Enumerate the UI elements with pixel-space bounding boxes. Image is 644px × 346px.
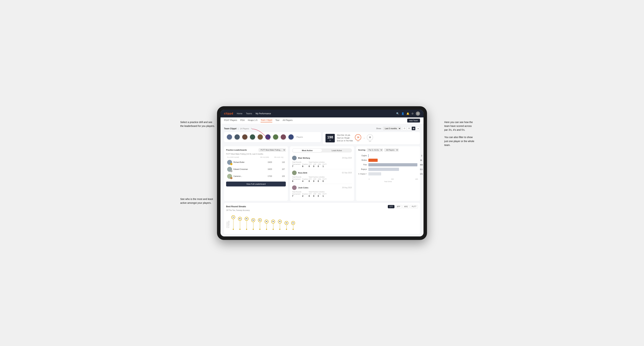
nav-item-home[interactable]: Home (237, 112, 242, 115)
dot-item-6: 4x (264, 220, 268, 230)
team-title-row: Team Clippd | 14 Players ✎ (224, 127, 252, 130)
player-avatar[interactable] (280, 134, 286, 140)
view-full-leaderboard-button[interactable]: View Full Leaderboard (226, 181, 286, 186)
dot-line-9 (286, 225, 287, 229)
dot-circle-5: 5x (258, 218, 262, 222)
view-icon-list[interactable]: ☰ (407, 127, 411, 130)
activity-card: Most Active Least Active Blair McHarg 26… (290, 146, 354, 201)
pa-header-1: Blair McHarg 26 Aug 2023 (292, 156, 352, 160)
nav-item-teams[interactable]: Teams (246, 112, 252, 115)
dot-circle-3: 6x (245, 217, 248, 221)
scoring-filter-players[interactable]: All Players (384, 148, 399, 152)
bar-row-dbogeys: D. Bogeys + 131 (358, 172, 418, 175)
streak-filter-arg[interactable]: ARG (402, 205, 410, 208)
edit-icon[interactable]: ✎ (251, 128, 252, 130)
streaks-subtitle: Off The Tee, Fairway Accuracy (226, 209, 418, 211)
dot-circle-9: 3x (284, 221, 288, 225)
streaks-title: Best Round Streaks (226, 205, 246, 208)
chart-axis: 0 200 400 (358, 178, 418, 180)
bar-value-dbogeys: 131 (420, 173, 423, 175)
scoring-filter-par[interactable]: Par 3, 4 & 5s (367, 148, 383, 152)
team-player-count: 14 Players (240, 128, 249, 130)
nav-icons: 🔍 👤 🔔 ⚙ U (396, 112, 420, 116)
bar-value-birdies: 96 (420, 159, 422, 161)
nav-item-myperformance[interactable]: My Performance (256, 112, 271, 115)
pa-avatar-1[interactable] (292, 156, 296, 160)
pa-stat-practice-label-3: Total Practice Activities OTT 0 APP (308, 191, 334, 197)
dot-dot-9 (286, 229, 287, 230)
sub-nav-tour[interactable]: Tour (276, 119, 280, 122)
bar-container-bogeys: 311 (368, 168, 418, 171)
player-avatar[interactable] (250, 134, 256, 140)
pa-stats-3: Total Rounds Tournament 7 Practice (292, 191, 352, 197)
bar-row-birdies: Birdies 96 (358, 159, 418, 162)
drill-subtitle: PUTT Must Make Putting (3-6 ft), Last 3 … (226, 153, 286, 155)
dot-item-5: 5x (258, 218, 262, 230)
pa-name-row-3: Josh Coles (292, 185, 308, 190)
team-title: Team Clippd (224, 127, 236, 130)
dot-circle-10: 3x (291, 221, 295, 225)
player-avatar[interactable] (288, 134, 294, 140)
streak-filter-app[interactable]: APP (395, 205, 402, 208)
pa-tournament-1: 7 (292, 165, 300, 168)
streak-filter-putt[interactable]: PUTT (410, 205, 418, 208)
lb-avatar-2[interactable]: 2 (227, 167, 232, 172)
pa-stat-practice-label: Total Practice Activities OTT 0 APP (308, 161, 334, 168)
ipad-screen: clippd Home Teams My Performance 🔍 👤 🔔 ⚙… (220, 110, 424, 236)
bar-row-bogeys: Bogeys 311 (358, 168, 418, 171)
dot-line-10 (293, 225, 293, 229)
bell-icon[interactable]: 🔔 (406, 112, 409, 115)
nav-logo: clippd (224, 112, 233, 115)
view-icon-card[interactable]: ▦ (412, 127, 416, 130)
bar-fill-bogeys (368, 168, 399, 171)
bar-chart: Eagles 3 Birdies (358, 154, 418, 177)
view-icon-grid[interactable]: ☷ (402, 127, 406, 130)
avatar-icon[interactable]: U (416, 112, 420, 116)
bar-fill-birdies (368, 159, 378, 162)
streak-filter-ott[interactable]: OTT (388, 205, 394, 208)
pa-date-2: 02 Sep 2023 (342, 172, 352, 174)
player-activity-row-1: Blair McHarg 26 Aug 2023 Total Rounds To (292, 154, 352, 169)
player-avatar[interactable] (257, 134, 263, 140)
lb-avatar[interactable]: 1 (227, 160, 232, 165)
lb-avatar-3[interactable]: 3 (227, 174, 232, 179)
dot-circle-8: 4x (278, 220, 282, 223)
sub-nav-team-clippd[interactable]: Team Clippd (260, 119, 272, 122)
dot-item-1: 7x (231, 215, 235, 230)
player-avatar[interactable] (234, 134, 240, 140)
view-icon-chart[interactable]: ⚌ (416, 127, 420, 130)
settings-icon[interactable]: ⚙ (412, 112, 414, 115)
pa-stat-practice-label-2: Total Practice Activities OTT 0 APP (308, 176, 334, 182)
dot-item-3: 6x (245, 217, 248, 230)
drill-select[interactable]: PUTT Must Make Putting... (259, 148, 286, 152)
player-avatar[interactable] (273, 134, 278, 140)
nav-items: Home Teams My Performance (237, 112, 393, 115)
player-avatar[interactable] (226, 134, 232, 140)
lb-avg-2: 107 (278, 168, 285, 170)
pa-avatar-3[interactable] (292, 185, 296, 190)
dot-dot-7 (273, 229, 274, 230)
player-avatar[interactable] (265, 134, 271, 140)
player-activity-row-3: Josh Coles 26 Aug 2023 Total Rounds Tour (292, 184, 352, 199)
leaderboard-card: Practice Leaderboards PUTT Must Make Put… (224, 146, 288, 201)
arrow-right-icon: → (362, 137, 366, 140)
sub-nav-all-players[interactable]: All Players (282, 119, 292, 122)
pa-name-3: Josh Coles (298, 187, 308, 189)
bar-container-eagles: 3 (368, 154, 418, 157)
sub-nav-pgat[interactable]: PGAT Players (224, 119, 237, 122)
lb-row: 1 Richard Butler 19/20 110 (226, 159, 286, 166)
pa-tournament-3: 7 (292, 195, 300, 197)
pa-avatar-2[interactable] (292, 171, 296, 175)
person-icon[interactable]: 👤 (401, 112, 404, 115)
toggle-most-active[interactable]: Most Active (292, 149, 322, 152)
add-team-button[interactable]: Add Team (407, 119, 420, 123)
show-select[interactable]: Last 3 months (383, 127, 401, 130)
bar-container-pars: 499 (368, 163, 418, 166)
players-label: Players (296, 136, 303, 138)
search-icon[interactable]: 🔍 (396, 112, 399, 115)
player-avatar[interactable] (242, 134, 248, 140)
sub-nav-pga[interactable]: PGA (240, 119, 245, 122)
toggle-least-active[interactable]: Least Active (322, 149, 352, 152)
gold-badge: 1 (230, 163, 232, 165)
sub-nav-hcaps[interactable]: Hcaps 1-5 (248, 119, 258, 122)
